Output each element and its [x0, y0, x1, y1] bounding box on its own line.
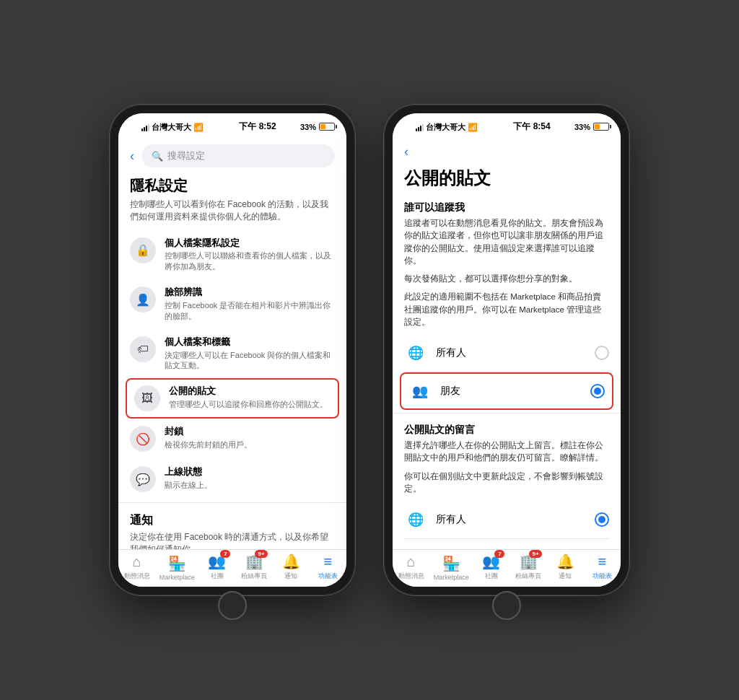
radio-circle-everyone[interactable]: [595, 346, 609, 360]
notifications-icon-2: 🔔: [556, 553, 574, 570]
settings-item-profile-privacy[interactable]: 🔒 個人檔案隱私設定 控制哪些人可以聯絡和查看你的個人檔案，以及將你加為朋友。: [118, 230, 346, 280]
tab-label-home-2: 動態消息: [398, 572, 424, 581]
phone-body-1: 台灣大哥大 📶 下午 8:52 33% ‹ 🔍 搜尋設定: [110, 105, 355, 595]
battery-icon-1: [319, 123, 335, 131]
tab-bar-1: ⌂ 動態消息 🏪 Marketplace 👥 7 社團 🏢: [118, 549, 346, 587]
tab-groups-2[interactable]: 👥 7 社團: [477, 553, 506, 581]
posts-icon: 🖼: [134, 385, 160, 411]
follow-section-body: 追蹤者可以在動態消息看見你的貼文。朋友會預設為你的貼文追蹤者，但你也可以讓非朋友…: [393, 217, 621, 273]
carrier-name-2: 台灣大哥大: [426, 122, 465, 133]
right-status-icons-2: 33%: [574, 123, 609, 131]
tab-pages-1[interactable]: 🏢 9+ 粉絲專頁: [240, 553, 268, 581]
item-title-blocking: 封鎖: [165, 426, 335, 438]
search-icon-1: 🔍: [152, 151, 163, 162]
tab-home-2[interactable]: ⌂ 動態消息: [397, 554, 426, 581]
search-bar-1[interactable]: 🔍 搜尋設定: [141, 144, 335, 167]
groups-icon-2: 👥 7: [482, 553, 500, 570]
phone-screen-2: 台灣大哥大 📶 下午 8:54 33% ‹ 公開的貼文: [393, 113, 621, 587]
comments-section-body-2: 你可以在個別貼文中更新此設定，不會影響到帳號設定。: [393, 471, 621, 502]
tab-label-groups-1: 社團: [211, 572, 224, 581]
home-button-1[interactable]: [218, 591, 247, 620]
home-button-2[interactable]: [492, 591, 521, 620]
radio-friends-follow[interactable]: 👥 朋友: [400, 372, 613, 410]
globe-icon-everyone: 🌐: [404, 341, 427, 364]
carrier-name: 台灣大哥大: [152, 122, 191, 133]
item-title-profile-privacy: 個人檔案隱私設定: [165, 237, 335, 250]
radio-inner-everyone-comments: [598, 516, 605, 523]
radio-everyone-follow[interactable]: 🌐 所有人: [393, 334, 621, 372]
block-icon: 🚫: [130, 426, 156, 452]
settings-item-blocking[interactable]: 🚫 封鎖 檢視你先前封鎖的用戶。: [118, 419, 346, 459]
tab-menu-1[interactable]: ≡ 功能表: [313, 554, 342, 581]
item-desc-face: 控制 Facebook 是否能在相片和影片中辨識出你的臉部。: [165, 300, 335, 322]
item-title-public-posts: 公開的貼文: [169, 385, 331, 398]
settings-item-face[interactable]: 👤 臉部辨識 控制 Facebook 是否能在相片和影片中辨識出你的臉部。: [118, 279, 346, 329]
radio-circle-friends[interactable]: [590, 384, 605, 398]
settings-item-online-status[interactable]: 💬 上線狀態 顯示在線上。: [118, 459, 346, 499]
groups-badge-1: 7: [220, 550, 230, 558]
page-title-2: 公開的貼文: [393, 161, 621, 194]
tab-label-notifications-1: 通知: [284, 572, 297, 581]
tab-menu-2[interactable]: ≡ 功能表: [587, 554, 616, 581]
radio-circle-everyone-comments[interactable]: [595, 512, 609, 527]
tab-notifications-1[interactable]: 🔔 通知: [276, 553, 305, 581]
carrier-2: 台灣大哥大 📶: [404, 118, 489, 136]
home-icon-1: ⌂: [133, 554, 141, 570]
wifi-icon-2: 📶: [468, 123, 478, 132]
tab-label-menu-2: 功能表: [592, 572, 612, 581]
friends-icon: 👥: [408, 380, 432, 403]
radio-everyone-comments[interactable]: 🌐 所有人: [393, 501, 621, 538]
item-desc-public-posts: 管理哪些人可以追蹤你和回應你的公開貼文。: [169, 399, 331, 410]
tab-groups-1[interactable]: 👥 7 社團: [203, 553, 232, 581]
marketplace-icon-1: 🏪: [168, 555, 186, 572]
tab-marketplace-2[interactable]: 🏪 Marketplace: [434, 555, 469, 581]
tab-pages-2[interactable]: 🏢 9+ 粉絲專頁: [514, 553, 543, 581]
back-button-2[interactable]: ‹: [404, 144, 408, 159]
item-desc-profile-tags: 決定哪些人可以在 Facebook 與你的個人檔案和貼文互動。: [165, 350, 335, 372]
pages-badge-1: 9+: [255, 550, 267, 558]
settings-item-profile-tags[interactable]: 🏷 個人檔案和標籤 決定哪些人可以在 Facebook 與你的個人檔案和貼文互動…: [118, 329, 346, 379]
comments-section-body: 選擇允許哪些人在你的公開貼文上留言。標註在你公開貼文中的用戶和他們的朋友仍可留言…: [393, 439, 621, 471]
status-time-1: 下午 8:52: [239, 121, 276, 133]
comments-section-title: 公開貼文的留言: [393, 416, 621, 439]
nav-header-1: ‹ 🔍 搜尋設定: [118, 139, 346, 173]
tab-marketplace-1[interactable]: 🏪 Marketplace: [159, 555, 195, 581]
friends-icon-comments: 👥: [404, 546, 427, 549]
tab-home-1[interactable]: ⌂ 動態消息: [123, 554, 152, 581]
item-desc-profile-privacy: 控制哪些人可以聯絡和查看你的個人檔案，以及將你加為朋友。: [165, 250, 335, 272]
screen-content-1: 隱私設定 控制哪些人可以看到你在 Facebook 的活動，以及我們如何運用資料…: [118, 173, 346, 549]
radio-friends-comments[interactable]: 👥 朋友和朋友的朋友: [393, 539, 621, 549]
tab-label-pages-1: 粉絲專頁: [241, 572, 267, 581]
item-title-online-status: 上線狀態: [165, 466, 335, 478]
battery-percentage-2: 33%: [574, 123, 590, 131]
nav-header-2: ‹: [393, 139, 621, 161]
face-icon: 👤: [130, 286, 156, 312]
tab-notifications-2[interactable]: 🔔 通知: [551, 553, 580, 581]
menu-icon-2: ≡: [598, 554, 607, 570]
marketplace-icon-2: 🏪: [442, 555, 460, 572]
signal-icon: [141, 124, 149, 131]
pages-badge-2: 9+: [529, 550, 541, 558]
home-button-area-1: [118, 587, 346, 623]
radio-label-everyone-comments: 所有人: [436, 513, 586, 526]
pages-icon-1: 🏢 9+: [245, 553, 263, 570]
tab-bar-2: ⌂ 動態消息 🏪 Marketplace 👥 7 社團 🏢: [393, 549, 621, 587]
search-placeholder-1: 搜尋設定: [167, 149, 205, 162]
tab-label-groups-2: 社團: [485, 572, 498, 581]
back-button-1[interactable]: ‹: [130, 149, 134, 164]
status-bar-2: 台灣大哥大 📶 下午 8:54 33%: [393, 113, 621, 139]
phone-2: 台灣大哥大 📶 下午 8:54 33% ‹ 公開的貼文: [384, 105, 629, 595]
battery-percentage-1: 33%: [300, 123, 316, 131]
privacy-section-subtitle: 控制哪些人可以看到你在 Facebook 的活動，以及我們如何運用資料來提供你個…: [118, 197, 346, 230]
divider-1: [118, 502, 346, 503]
chat-icon: 💬: [130, 466, 156, 492]
settings-item-public-posts[interactable]: 🖼 公開的貼文 管理哪些人可以追蹤你和回應你的公開貼文。: [126, 378, 339, 419]
tag-icon: 🏷: [130, 336, 156, 362]
tab-label-pages-2: 粉絲專頁: [515, 572, 541, 581]
tab-label-home-1: 動態消息: [124, 572, 150, 581]
divider-2: [393, 413, 621, 414]
radio-label-friends: 朋友: [440, 385, 582, 398]
privacy-section-title: 隱私設定: [118, 173, 346, 197]
follow-section-title: 誰可以追蹤我: [393, 194, 621, 217]
notify-section-subtitle: 決定你在使用 Facebook 時的溝通方式，以及你希望我們如何通知你。: [118, 531, 346, 549]
